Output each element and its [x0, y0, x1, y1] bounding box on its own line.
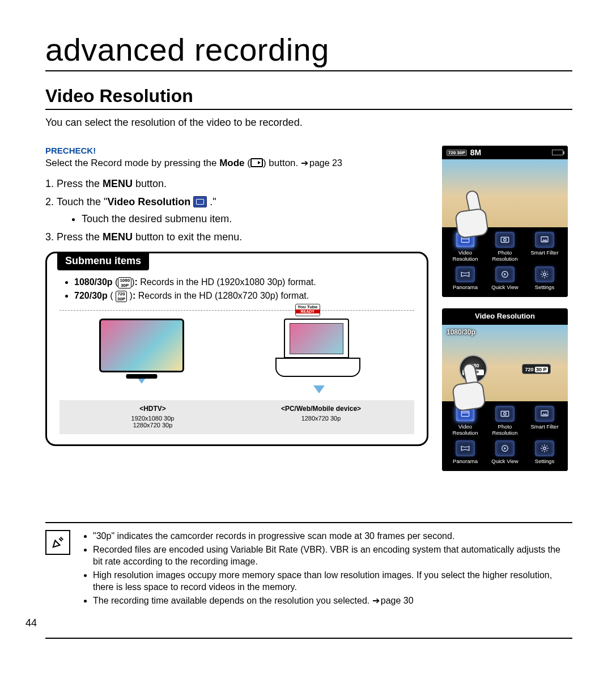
submenu-item: 720/30p ( 72030P ): Records in the HD (1… — [74, 291, 414, 302]
camcorder-screen-1: 720 30P 8M Video Resolution Photo Resolu… — [442, 146, 568, 297]
mode-icon — [250, 158, 263, 167]
step-2c: ." — [207, 196, 216, 207]
menu-label: Video Resolution — [447, 423, 484, 436]
menu-photo-resolution[interactable]: Photo Resolution — [486, 231, 524, 263]
target-line: 1280x720 30p — [69, 422, 237, 429]
res-badge-1080-icon: 108030P — [118, 277, 131, 289]
submenu-item-desc-0: Records in the HD (1920x1080 30p) format… — [140, 277, 316, 287]
note-item: The recording time available depends on … — [93, 595, 572, 607]
settings-icon — [535, 440, 554, 456]
svg-point-8 — [504, 413, 507, 415]
device-labels: <HDTV> 1920x1080 30p 1280x720 30p <PC/We… — [60, 400, 414, 434]
notes-block: "30p" indicates the camcorder records in… — [45, 522, 572, 608]
step-2a: Touch the " — [57, 196, 107, 207]
step-1: Press the MENU button. — [57, 177, 428, 190]
page-ref: page 23 — [301, 158, 342, 168]
submenu-heading: Submenu items — [57, 252, 149, 270]
bottom-rule — [45, 638, 572, 639]
cam-screen-title: Video Resolution — [442, 308, 568, 325]
menu-smart-filter[interactable]: Smart Filter — [526, 405, 563, 437]
device-illustration: You Tube READY — [60, 319, 414, 393]
separator — [60, 310, 414, 311]
svg-rect-0 — [461, 237, 469, 243]
menu-quick-view[interactable]: Quick View — [486, 265, 524, 291]
arrow-down-icon — [313, 385, 325, 393]
chapter-title: advanced recording — [45, 31, 572, 71]
section-title: Video Resolution — [45, 86, 572, 110]
step-3a: Press the — [57, 231, 103, 243]
step-1c: button. — [133, 178, 167, 189]
svg-point-11 — [543, 447, 546, 450]
photo-resolution-icon — [495, 406, 515, 422]
resolution-option-720[interactable]: 720 30 P — [522, 364, 550, 374]
quick-view-icon — [495, 266, 515, 282]
menu-label: Smart Filter — [526, 423, 563, 430]
cam-preview — [442, 159, 568, 227]
menu-settings[interactable]: Settings — [526, 439, 563, 465]
note-icon — [45, 530, 70, 555]
step-1a: Press the — [57, 178, 103, 189]
cam-preview: 1080/30p 1080 30 P 720 30 P — [442, 325, 568, 401]
video-resolution-icon — [193, 196, 207, 207]
cam-topbar: 720 30P 8M — [442, 146, 568, 159]
menu-label: Settings — [526, 458, 563, 464]
menu-label: Quick View — [486, 284, 524, 290]
svg-rect-6 — [461, 411, 469, 417]
target-line: 1280x720 30p — [237, 415, 405, 422]
status-badge: 720 30P — [447, 150, 467, 156]
page-number: 44 — [26, 617, 37, 629]
svg-point-5 — [543, 273, 546, 276]
res-badge-720-icon: 72030P — [116, 291, 127, 302]
menu-label: Smart Filter — [526, 249, 563, 256]
photo-resolution-icon — [495, 232, 515, 248]
precheck-text-before: Select the Record mode by pressing the — [45, 158, 219, 168]
cam-menu-grid: Video Resolution Photo Resolution Smart … — [442, 401, 568, 471]
submenu-item-name-1: 720/30p — [74, 291, 108, 300]
menu-photo-resolution[interactable]: Photo Resolution — [486, 405, 524, 437]
youtube-ready-icon: You Tube READY — [295, 304, 320, 316]
video-resolution-icon — [456, 232, 475, 248]
precheck-label: PRECHECK! — [45, 146, 428, 155]
smart-filter-icon — [535, 406, 554, 422]
submenu-item-name-0: 1080/30p — [74, 277, 113, 287]
battery-icon — [552, 150, 563, 155]
menu-smart-filter[interactable]: Smart Filter — [526, 231, 563, 263]
menu-settings[interactable]: Settings — [526, 265, 563, 291]
target-title: <HDTV> — [69, 405, 237, 413]
step-3b: MENU — [103, 231, 133, 243]
menu-video-resolution[interactable]: Video Resolution — [447, 405, 484, 437]
svg-point-2 — [504, 239, 507, 241]
mode-label: Mode — [219, 158, 244, 168]
menu-label: Photo Resolution — [486, 249, 524, 262]
note-text: The recording time available depends on … — [93, 596, 369, 605]
settings-icon — [535, 266, 554, 282]
note-item: "30p" indicates the camcorder records in… — [93, 530, 572, 542]
target-line: 1920x1080 30p — [69, 415, 237, 422]
laptop-icon: You Tube READY — [264, 319, 375, 382]
menu-quick-view[interactable]: Quick View — [486, 439, 524, 465]
steps-list: Press the MENU button. Touch the "Video … — [57, 177, 428, 244]
svg-rect-7 — [501, 411, 509, 417]
panorama-icon — [456, 440, 475, 456]
menu-panorama[interactable]: Panorama — [447, 265, 484, 291]
step-2b: Video Resolution — [107, 196, 190, 207]
step-1b: MENU — [103, 178, 133, 189]
menu-video-resolution[interactable]: Video Resolution — [447, 231, 484, 263]
page-ref: page 30 — [372, 596, 414, 605]
precheck-text-after: button. — [266, 158, 301, 168]
menu-label: Photo Resolution — [486, 423, 524, 436]
menu-label: Quick View — [486, 458, 524, 464]
submenu-item-desc-1: Records in the HD (1280x720 30p) format. — [138, 291, 309, 300]
tv-icon — [99, 319, 184, 372]
menu-panorama[interactable]: Panorama — [447, 439, 484, 465]
target-title: <PC/Web/Mobile device> — [237, 405, 405, 413]
cam-menu-grid: Video Resolution Photo Resolution Smart … — [442, 227, 568, 297]
menu-label: Panorama — [447, 284, 484, 290]
panorama-icon — [456, 266, 475, 282]
video-resolution-icon — [456, 406, 475, 422]
intro-text: You can select the resolution of the vid… — [45, 117, 572, 129]
step-3c: button to exit the menu. — [133, 231, 242, 243]
svg-rect-1 — [501, 237, 509, 243]
note-item: Recorded files are encoded using Variabl… — [93, 544, 572, 568]
resolution-option-1080[interactable]: 1080 30 P — [459, 355, 487, 383]
